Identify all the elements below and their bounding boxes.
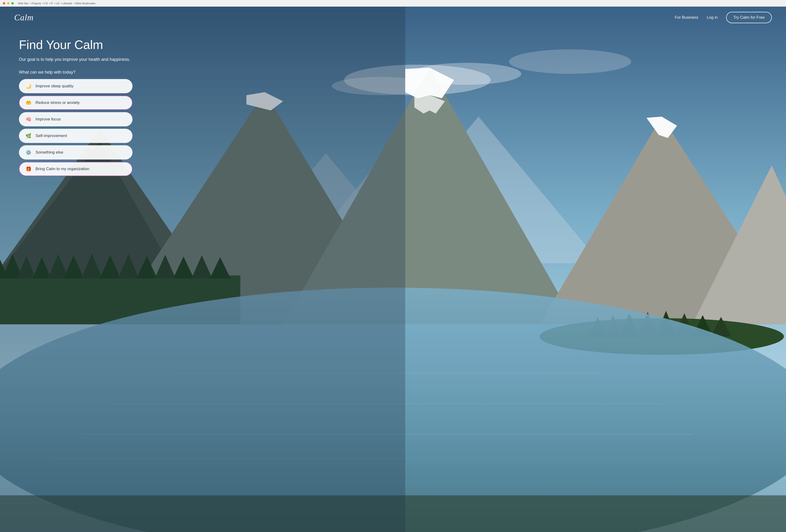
- hero-question: What can we help with today?: [19, 70, 147, 75]
- option-stress-label: Reduce stress or anxiety: [36, 100, 80, 105]
- option-organization-label: Bring Calm to my organization: [36, 167, 89, 171]
- browser-bar: Web Dev • Projects • CS • IT • LD • Life…: [0, 0, 786, 7]
- try-calm-button[interactable]: Try Calm for Free: [726, 12, 772, 23]
- svg-point-4: [509, 49, 631, 74]
- window-maximize-dot: [11, 2, 14, 4]
- tab-other[interactable]: • Other Bookmarks: [74, 2, 96, 5]
- option-self-improvement[interactable]: 🌿 Self-improvement: [19, 129, 133, 143]
- option-focus[interactable]: 🧠 Improve focus: [19, 112, 133, 126]
- tab-webdev[interactable]: Web Dev: [18, 2, 29, 5]
- organization-icon: 🎁: [25, 166, 32, 172]
- option-organization[interactable]: 🎁 Bring Calm to my organization: [19, 162, 133, 176]
- tab-projects[interactable]: • Projects: [30, 2, 41, 5]
- option-stress[interactable]: 🤲 Reduce stress or anxiety: [19, 96, 133, 110]
- option-self-improvement-label: Self-improvement: [36, 134, 67, 138]
- nav-for-business[interactable]: For Business: [675, 15, 698, 20]
- navbar: Calm For Business Log in Try Calm for Fr…: [0, 7, 786, 28]
- logo[interactable]: Calm: [14, 13, 33, 22]
- nav-right: For Business Log in Try Calm for Free: [675, 12, 772, 23]
- browser-tabs: Web Dev • Projects • CS • IT • LD • Life…: [18, 2, 95, 5]
- tab-cs[interactable]: • CS: [43, 2, 48, 5]
- option-sleep[interactable]: 🌙 Improve sleep quality: [19, 79, 133, 93]
- nav-login[interactable]: Log in: [707, 15, 718, 20]
- window-close-dot: [3, 2, 5, 4]
- tab-lifestyle[interactable]: • Lifestyle: [61, 2, 72, 5]
- something-else-icon: ⚙️: [25, 149, 32, 156]
- tab-ld[interactable]: • LD: [55, 2, 60, 5]
- sleep-icon: 🌙: [25, 83, 32, 89]
- focus-icon: 🧠: [25, 116, 32, 122]
- stress-icon: 🤲: [25, 99, 32, 106]
- hero-content: Find Your Calm Our goal is to help you i…: [0, 28, 166, 186]
- tab-it[interactable]: • IT: [49, 2, 53, 5]
- option-something-else-label: Something else: [36, 150, 63, 155]
- options-list: 🌙 Improve sleep quality 🤲 Reduce stress …: [19, 79, 133, 176]
- self-improvement-icon: 🌿: [25, 133, 32, 139]
- hero-subtitle: Our goal is to help you improve your hea…: [19, 56, 147, 63]
- hero-section: Calm For Business Log in Try Calm for Fr…: [0, 7, 786, 532]
- hero-title: Find Your Calm: [19, 38, 147, 52]
- window-minimize-dot: [7, 2, 9, 4]
- option-focus-label: Improve focus: [36, 117, 61, 122]
- option-something-else[interactable]: ⚙️ Something else: [19, 145, 133, 160]
- option-sleep-label: Improve sleep quality: [36, 84, 74, 89]
